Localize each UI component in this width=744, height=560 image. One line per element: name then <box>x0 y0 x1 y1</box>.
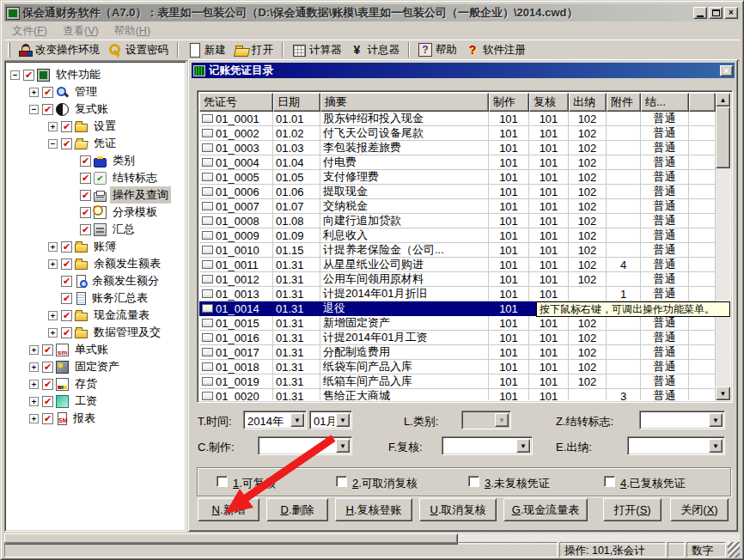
tree-checkbox[interactable]: ✔ <box>80 173 91 184</box>
table-row[interactable]: 01_000301.03李包装报差旅费101101102普通 <box>199 141 716 155</box>
tree-item-10[interactable]: ✔汇总 <box>5 221 186 238</box>
table-row[interactable]: 01_000701.07交纳税金101101102普通 <box>199 199 716 214</box>
tree-item-9[interactable]: ✔分录模板 <box>5 204 186 221</box>
tree-checkbox[interactable]: ✔ <box>61 327 72 338</box>
tree-checkbox[interactable]: ✔ <box>42 104 53 115</box>
tree-item-13[interactable]: ✔余额发生额分 <box>5 272 186 289</box>
column-header-7[interactable]: 附件 <box>607 93 641 112</box>
column-header-4[interactable]: 制作 <box>489 93 529 112</box>
tree-item-8[interactable]: ✔操作及查询 <box>5 186 186 204</box>
review-checkbox-2[interactable] <box>336 476 347 487</box>
review-checkbox-3[interactable] <box>468 476 479 487</box>
expand-plus-icon[interactable]: + <box>29 397 39 406</box>
collapse-minus-icon[interactable]: − <box>10 70 20 80</box>
tree-checkbox[interactable]: ✔ <box>42 362 53 373</box>
software-register-button[interactable]: 软件注册 <box>461 41 530 59</box>
chevron-down-icon[interactable]: ▼ <box>709 413 723 427</box>
add-button[interactable]: N.新增 <box>198 498 259 521</box>
expand-plus-icon[interactable]: + <box>48 259 58 269</box>
chevron-down-icon[interactable]: ▼ <box>290 413 304 427</box>
chevron-down-icon[interactable]: ▼ <box>336 413 350 427</box>
tree-checkbox[interactable]: ✔ <box>80 207 91 218</box>
column-header-2[interactable]: 日期 <box>273 93 320 112</box>
table-row[interactable]: 01_000501.05支付修理费101101102普通 <box>199 170 716 185</box>
expand-plus-icon[interactable]: + <box>29 362 39 372</box>
table-row[interactable]: 01_000201.02付飞天公司设备尾款101101102普通 <box>199 126 716 141</box>
review-checkbox-1[interactable] <box>216 476 228 487</box>
cash-flow-button[interactable]: G.现金流量表 <box>503 498 588 521</box>
table-row[interactable]: 01_001101.31从星星纸业公司购进1011011024普通 <box>199 258 716 272</box>
open-button[interactable]: 打开 <box>230 41 277 59</box>
tree-checkbox[interactable]: ✔ <box>61 259 72 270</box>
tree-item-18[interactable]: +✔固定资产 <box>5 358 186 375</box>
expand-plus-icon[interactable]: + <box>48 242 58 252</box>
menu-item-3[interactable]: 帮助(H) <box>107 22 158 40</box>
menu-item-2[interactable]: 查看(V) <box>55 22 107 40</box>
tree-item-6[interactable]: ✔类别 <box>5 152 186 169</box>
tree-item-14[interactable]: ✔账务汇总表 <box>5 289 186 307</box>
expand-plus-icon[interactable]: + <box>29 380 39 389</box>
table-row[interactable]: 01_001301.31计提2014年01月折旧1011011普通 <box>199 287 716 301</box>
tree-item-21[interactable]: +✔报表 <box>5 410 186 427</box>
child-close-button[interactable]: × <box>720 65 733 76</box>
column-header-8[interactable]: 结... <box>641 93 689 112</box>
table-row[interactable]: 01_001601.31计提2014年01月工资101101102普通 <box>199 331 716 345</box>
table-row[interactable]: 01_001801.31纸袋车间产品入库101101102普通 <box>199 360 716 374</box>
tree-checkbox[interactable]: ✔ <box>61 310 72 321</box>
month-select[interactable]: 01月 ▼ <box>309 411 352 429</box>
help-button[interactable]: 帮助 <box>414 41 461 59</box>
expand-plus-icon[interactable]: + <box>29 345 39 355</box>
tree-item-5[interactable]: −✔凭证 <box>5 135 186 152</box>
tree-item-17[interactable]: +✔单式账 <box>5 341 186 358</box>
year-select[interactable]: 2014年 ▼ <box>243 411 307 429</box>
scroll-up-button[interactable]: ▲ <box>716 93 730 107</box>
tree-item-3[interactable]: −✔复式账 <box>5 100 186 118</box>
table-row[interactable]: 01_002001.31售给正大商城1011013普通 <box>199 389 716 400</box>
expand-plus-icon[interactable]: + <box>29 88 39 97</box>
review-post-button[interactable]: H.复核登账 <box>335 498 412 521</box>
tree-checkbox[interactable]: ✔ <box>23 70 34 81</box>
table-row[interactable]: 01_000601.06提取现金101101102普通 <box>199 185 716 199</box>
expand-plus-icon[interactable]: + <box>48 311 58 320</box>
tree-checkbox[interactable]: ✔ <box>61 276 72 287</box>
interest-calculator-button[interactable]: 计息器 <box>346 41 405 59</box>
expand-plus-icon[interactable]: + <box>48 328 58 338</box>
table-row[interactable]: 01_000401.04付电费101101102普通 <box>199 155 716 170</box>
maker-select[interactable]: ▼ <box>258 436 352 455</box>
table-row[interactable]: 01_000801.08向建行追加贷款101101102普通 <box>199 214 716 228</box>
cancel-review-button[interactable]: U.取消复核 <box>419 498 497 521</box>
maximize-button[interactable] <box>709 7 723 19</box>
tree-checkbox[interactable]: ✔ <box>61 121 72 132</box>
column-header-1[interactable]: 凭证号 <box>199 93 273 112</box>
tree-checkbox[interactable]: ✔ <box>42 396 53 407</box>
new-button[interactable]: 新建 <box>183 41 230 59</box>
tree-checkbox[interactable]: ✔ <box>61 293 72 304</box>
tree-checkbox[interactable]: ✔ <box>42 413 53 424</box>
tree-checkbox[interactable]: ✔ <box>80 155 91 167</box>
set-password-button[interactable]: 设置密码 <box>104 41 173 59</box>
tree-item-20[interactable]: +✔工资 <box>5 393 186 410</box>
tree-item-4[interactable]: +✔设置 <box>5 118 186 135</box>
close-window-button[interactable]: 关闭(X) <box>670 498 729 521</box>
carryover-select[interactable]: ▼ <box>639 411 725 429</box>
expand-plus-icon[interactable]: + <box>29 414 39 423</box>
table-row[interactable]: 01_001501.31新增固定资产101101102普通 <box>199 316 716 331</box>
minimize-button[interactable] <box>693 7 707 19</box>
vertical-scrollbar[interactable]: ▲ ▼ <box>716 93 730 400</box>
table-row[interactable]: 01_000901.09利息收入101101102普通 <box>199 228 716 243</box>
tree-checkbox[interactable]: ✔ <box>42 379 53 390</box>
tree-item-11[interactable]: +✔账簿 <box>5 238 186 255</box>
expand-plus-icon[interactable]: + <box>48 122 58 131</box>
tree-item-15[interactable]: +✔现金流量表 <box>5 307 186 324</box>
table-row[interactable]: 01_001201.31公用车间领用原材料101101102普通 <box>199 272 716 287</box>
tree-checkbox[interactable]: ✔ <box>61 138 72 149</box>
table-row[interactable]: 01_001901.31纸箱车间产品入库101101102普通 <box>199 374 716 389</box>
collapse-minus-icon[interactable]: − <box>48 139 58 149</box>
calculator-button[interactable]: 计算器 <box>288 41 346 59</box>
chevron-down-icon[interactable]: ▼ <box>516 439 530 453</box>
checker-select[interactable]: ▼ <box>442 436 533 455</box>
open-button[interactable]: 打开(S) <box>603 498 662 521</box>
column-header-5[interactable]: 复核 <box>529 93 569 112</box>
scroll-down-button[interactable]: ▼ <box>716 387 730 400</box>
review-checkbox-4[interactable] <box>604 476 615 487</box>
